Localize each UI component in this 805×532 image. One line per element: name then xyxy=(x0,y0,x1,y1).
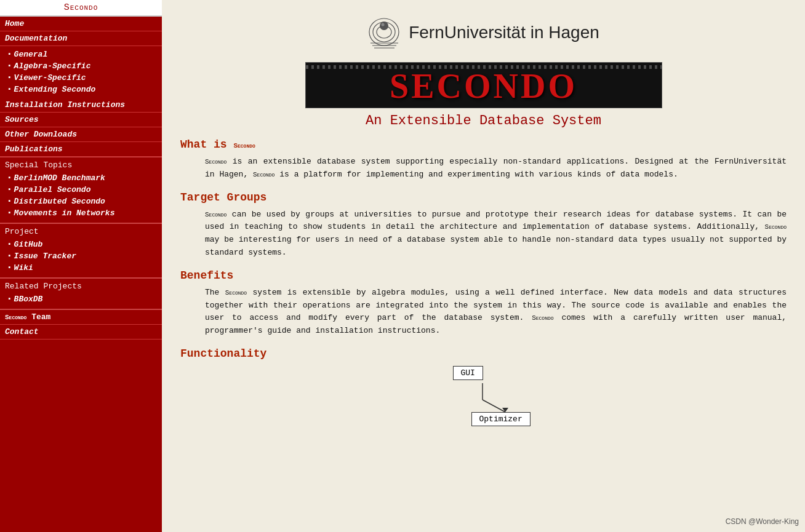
nav-project-label: Project xyxy=(0,223,162,236)
nav-special-list: BerlinMOD Benchmark Parallel Secondo Dis… xyxy=(0,170,162,223)
university-name: FernUniversität in Hagen xyxy=(409,23,599,42)
section-functionality-heading: Functionality xyxy=(180,347,787,360)
diagram-area: GUI Optimizer xyxy=(391,366,576,440)
svg-point-4 xyxy=(382,23,385,26)
nav-distributed[interactable]: Distributed Secondo xyxy=(14,197,105,206)
content-area: What is Secondo Secondo is an extensible… xyxy=(174,138,793,440)
subtitle: An Extensible Database System xyxy=(174,113,793,129)
nav-other-downloads[interactable]: Other Downloads xyxy=(0,127,162,142)
nav-doc-algebra[interactable]: Algebra-Specific xyxy=(14,62,91,71)
fernuni-logo-icon xyxy=(367,12,401,49)
diagram-optimizer-box: Optimizer xyxy=(471,412,531,426)
section-target-groups-heading: Target Groups xyxy=(180,191,787,204)
nav-secondo-team[interactable]: Secondo Team xyxy=(0,309,162,325)
svg-point-3 xyxy=(380,22,388,30)
nav-github[interactable]: GitHub xyxy=(14,240,43,249)
nav-wiki[interactable]: Wiki xyxy=(14,263,33,272)
section-target-groups-content: Secondo can be used by groups at univers… xyxy=(205,208,787,260)
nav-home[interactable]: Home xyxy=(0,17,162,31)
nav-bboxdb[interactable]: BBoxDB xyxy=(14,295,43,304)
banner-text: SECONDO xyxy=(390,66,577,106)
nav-publications[interactable]: Publications xyxy=(0,142,162,157)
university-header: FernUniversität in Hagen xyxy=(174,6,793,57)
sidebar-title: Secondo xyxy=(0,0,162,17)
nav-related-label: Related Projects xyxy=(0,278,162,291)
nav-sources[interactable]: Sources xyxy=(0,113,162,127)
diagram-svg xyxy=(391,366,576,440)
section-what-is-heading: What is Secondo xyxy=(180,138,787,151)
nav-doc-general[interactable]: General xyxy=(14,50,48,59)
sidebar: Secondo Home Documentation General Algeb… xyxy=(0,0,162,532)
nav-doc-viewer[interactable]: Viewer-Specific xyxy=(14,73,86,82)
bottom-credit: CSDN @Wonder-King xyxy=(726,517,799,526)
section-benefits-content: The Secondo system is extensible by alge… xyxy=(205,287,787,338)
university-logo xyxy=(367,12,401,52)
nav-contact[interactable]: Contact xyxy=(0,325,162,339)
nav-project-list: GitHub Issue Tracker Wiki xyxy=(0,236,162,278)
nav-documentation-label: Documentation xyxy=(0,31,162,46)
nav-berlinmod[interactable]: BerlinMOD Benchmark xyxy=(14,173,105,183)
nav-special-topics-label: Special Topics xyxy=(0,157,162,170)
section-benefits-heading: Benefits xyxy=(180,269,787,282)
nav-parallel[interactable]: Parallel Secondo xyxy=(14,185,91,194)
section-what-is-content: Secondo is an extensible database system… xyxy=(205,156,787,181)
nav-doc-list: General Algebra-Specific Viewer-Specific… xyxy=(0,46,162,98)
nav-issue-tracker[interactable]: Issue Tracker xyxy=(14,252,76,261)
nav-installation[interactable]: Installation Instructions xyxy=(0,98,162,113)
nav-doc-extending[interactable]: Extending Secondo xyxy=(14,85,96,94)
main-content: FernUniversität in Hagen SECONDO An Exte… xyxy=(162,0,805,532)
secondo-banner: SECONDO xyxy=(305,62,662,108)
nav-movements[interactable]: Movements in Networks xyxy=(14,208,115,218)
nav-related-list: BBoxDB xyxy=(0,291,162,309)
svg-line-9 xyxy=(483,400,505,412)
diagram-optimizer-label: Optimizer xyxy=(479,415,523,424)
